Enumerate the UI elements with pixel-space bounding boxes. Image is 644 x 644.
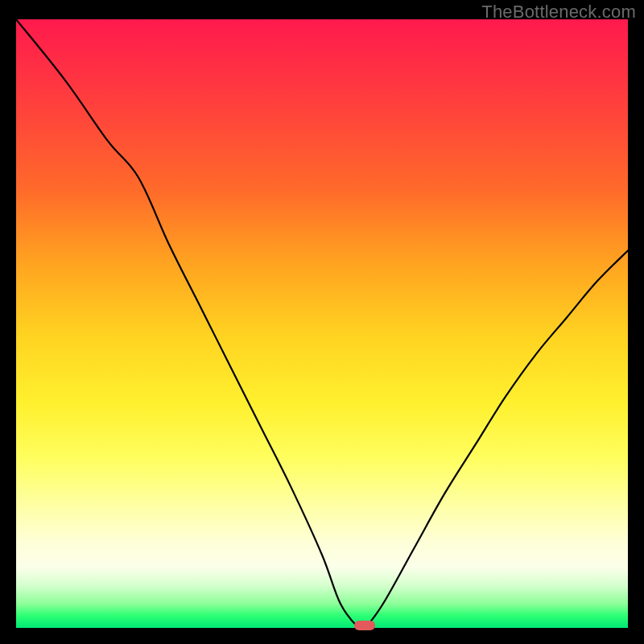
bottleneck-curve [16,19,628,628]
optimal-marker [354,621,375,630]
watermark-text: TheBottleneck.com [481,2,636,23]
chart-container: TheBottleneck.com [0,0,644,644]
plot-area [16,19,628,628]
